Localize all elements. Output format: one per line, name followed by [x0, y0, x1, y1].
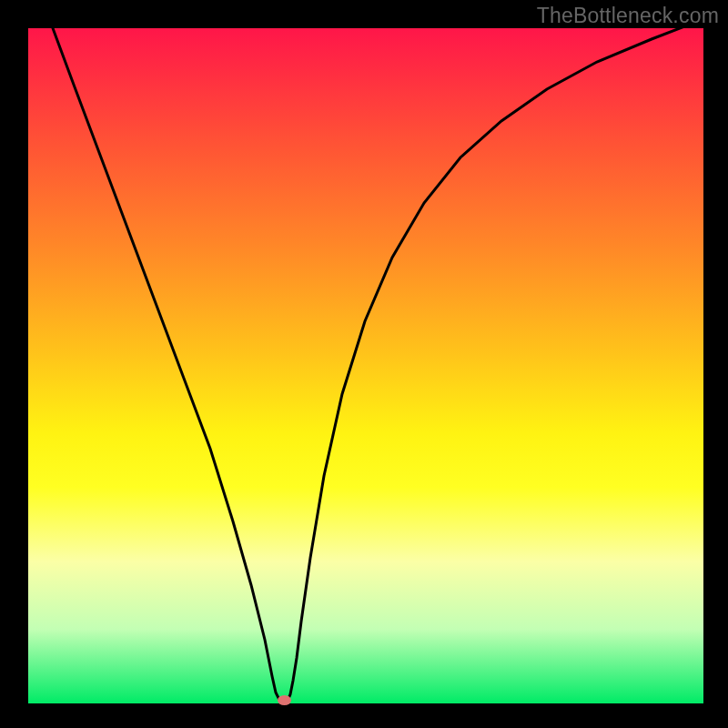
- bottleneck-curve: [53, 28, 703, 703]
- optimum-marker: [278, 695, 291, 705]
- curve-svg: [28, 28, 703, 703]
- chart-frame: TheBottleneck.com: [0, 0, 728, 728]
- plot-area: [28, 28, 703, 703]
- watermark-text: TheBottleneck.com: [537, 4, 719, 28]
